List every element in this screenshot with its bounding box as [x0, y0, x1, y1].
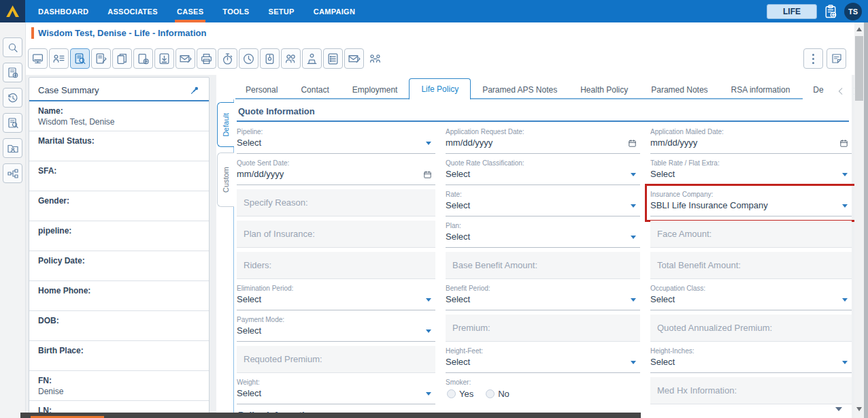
tab-rsa-information[interactable]: RSA information [720, 80, 802, 99]
rail-case-search-button[interactable] [3, 113, 22, 133]
app-logo[interactable] [0, 0, 25, 22]
toolbar-print-button[interactable] [197, 48, 216, 69]
calendar-icon[interactable] [628, 139, 637, 148]
rail-note-add-button[interactable] [3, 63, 22, 82]
radio-option-yes[interactable]: Yes [447, 389, 473, 399]
field-total-benefit-amount[interactable]: Total Benefit Amount: [650, 252, 852, 279]
field-application-mailed-date[interactable]: Application Mailed Date:mm/dd/yyyy [650, 127, 852, 154]
dropdown-caret-icon[interactable] [842, 204, 848, 208]
life-mode-button[interactable]: LIFE [767, 4, 817, 19]
tab-scroll-left-icon[interactable] [835, 86, 846, 97]
toolbar-clock-button[interactable] [239, 48, 258, 69]
user-avatar[interactable]: TS [844, 3, 862, 20]
rail-hierarchy-button[interactable] [3, 163, 22, 183]
field-quoted-annualized-premium[interactable]: Quoted Annualized Premium: [650, 315, 852, 342]
toolbar-compose-email-button[interactable] [176, 48, 195, 69]
tab-de[interactable]: De [801, 80, 835, 99]
toolbar-users-button[interactable] [281, 48, 301, 69]
toolbar-notebook-download-button[interactable] [154, 48, 174, 69]
toolbar-documents-copy-button[interactable] [112, 48, 132, 69]
field-premium[interactable]: Premium: [446, 315, 640, 342]
field-specify-reason[interactable]: Specify Reason: [237, 189, 435, 216]
field-riders[interactable]: Riders: [237, 252, 435, 279]
field-med-hx-information[interactable]: Med Hx Information: [650, 377, 852, 404]
nav-item-associates[interactable]: ASSOCIATES [98, 0, 167, 22]
dropdown-caret-icon[interactable] [426, 392, 431, 396]
field-quote-sent-date[interactable]: Quote Sent Date:mm/dd/yyyy [237, 158, 435, 185]
toolbar-email-edit-button[interactable] [344, 48, 364, 69]
field-table-rate-flat-extra[interactable]: Table Rate / Flat Extra:Select [650, 158, 852, 185]
toolbar-document-transfer-button[interactable] [133, 48, 153, 69]
dropdown-caret-icon[interactable] [426, 142, 431, 145]
nav-item-setup[interactable]: SETUP [259, 0, 304, 22]
toolbar-contact-notes-button[interactable] [49, 48, 69, 69]
toolbar-case-search-button[interactable] [70, 48, 90, 69]
tab-employment[interactable]: Employment [341, 80, 410, 99]
dropdown-caret-icon[interactable] [631, 173, 636, 176]
field-plan[interactable]: Plan:Select [446, 221, 640, 248]
nav-item-dashboard[interactable]: DASHBOARD [29, 0, 98, 22]
toolbar-monitor-button[interactable] [28, 48, 48, 69]
dropdown-caret-icon[interactable] [842, 298, 848, 302]
field-payment-mode[interactable]: Payment Mode:Select [237, 315, 435, 342]
panel-tab-default[interactable]: Default [217, 102, 234, 147]
scroll-up-icon[interactable] [856, 27, 862, 31]
toolbar-person-link-button[interactable] [365, 48, 385, 69]
tab-contact[interactable]: Contact [289, 80, 340, 99]
nav-item-tools[interactable]: TOOLS [213, 0, 258, 22]
rail-folder-user-button[interactable] [3, 138, 22, 158]
tab-health-policy[interactable]: Health Policy [569, 80, 639, 99]
toolbar-vault-button[interactable] [260, 48, 280, 69]
dropdown-caret-icon[interactable] [842, 361, 848, 364]
field-plan-of-insurance[interactable]: Plan of Insurance: [237, 221, 435, 248]
dropdown-caret-icon[interactable] [426, 298, 431, 302]
nav-item-cases[interactable]: CASES [167, 0, 213, 22]
tab-paramed-notes[interactable]: Paramed Notes [639, 80, 719, 99]
toolbar-document-edit-button[interactable] [91, 48, 111, 69]
panel-tab-custom[interactable]: Custom [217, 152, 234, 207]
rail-search-button[interactable] [3, 37, 22, 57]
dropdown-caret-icon[interactable] [842, 173, 848, 176]
note-icon[interactable] [827, 48, 846, 69]
tab-personal[interactable]: Personal [234, 80, 289, 99]
calendar-icon[interactable] [423, 170, 432, 179]
tab-paramed-aps-notes[interactable]: Paramed APS Notes [471, 80, 569, 99]
field-height-feet[interactable]: Height-Feet:Select [446, 346, 640, 373]
radio-option-no[interactable]: No [486, 389, 510, 399]
field-height-inches[interactable]: Height-Inches:Select [650, 346, 852, 373]
radio-circle-icon[interactable] [486, 389, 495, 398]
nav-item-campaign[interactable]: CAMPAIGN [304, 0, 365, 22]
dropdown-caret-icon[interactable] [426, 329, 431, 333]
toolbar-agent-desk-button[interactable] [302, 48, 322, 69]
field-elimination-period[interactable]: Elimination Period:Select [237, 283, 435, 310]
calendar-icon[interactable] [839, 139, 848, 148]
field-base-benefit-amount[interactable]: Base Benefit Amount: [446, 252, 640, 279]
field-smoker[interactable]: Smoker:YesNo [446, 377, 640, 404]
field-benefit-period[interactable]: Benefit Period:Select [446, 283, 640, 310]
field-pipeline[interactable]: Pipeline:Select [237, 127, 435, 154]
dropdown-caret-icon[interactable] [631, 236, 636, 239]
field-quote-rate-classification[interactable]: Quote Rate Classification:Select [446, 158, 640, 185]
scrollbar-thumb[interactable] [855, 36, 863, 101]
field-weight[interactable]: Weight:Select [237, 377, 435, 404]
field-rate[interactable]: Rate:Select [446, 189, 640, 216]
kebab-menu-icon[interactable] [803, 48, 823, 69]
pin-icon[interactable] [190, 85, 200, 95]
dropdown-caret-icon[interactable] [631, 298, 636, 302]
toolbar-stopwatch-button[interactable] [218, 48, 237, 69]
field-occupation-class[interactable]: Occupation Class:Select [650, 283, 852, 310]
window-scrollbar[interactable] [854, 22, 864, 418]
toolbar-checklist-button[interactable] [323, 48, 343, 69]
field-face-amount[interactable]: Face Amount: [650, 221, 852, 248]
field-requoted-premium[interactable]: Requoted Premium: [237, 346, 435, 373]
scroll-down-icon[interactable] [856, 407, 862, 411]
field-application-request-date[interactable]: Application Request Date:mm/dd/yyyy [446, 127, 640, 154]
clipboard-add-icon[interactable] [823, 4, 838, 19]
tab-life-policy[interactable]: Life Policy [409, 78, 471, 99]
rail-history-button[interactable] [3, 88, 22, 108]
radio-circle-icon[interactable] [447, 389, 456, 398]
dropdown-caret-icon[interactable] [631, 204, 636, 208]
dropdown-caret-icon[interactable] [631, 361, 636, 364]
field-insurance-company[interactable]: Insurance Company:SBLI Life Insurance Co… [650, 189, 852, 216]
panel-scroll-down-icon[interactable] [835, 407, 842, 411]
